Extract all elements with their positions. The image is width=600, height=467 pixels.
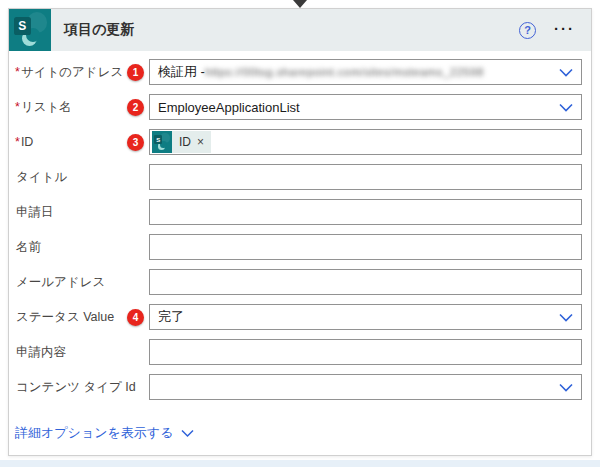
field-label-cell: *ID 3 xyxy=(15,134,149,151)
field-row-list-name: *リスト名 2 EmployeeApplicationList xyxy=(15,94,582,120)
chevron-down-icon[interactable] xyxy=(559,383,573,392)
site-address-value: 検証用 - xyxy=(158,63,205,81)
field-label: 名前 xyxy=(15,239,41,256)
token-remove-icon[interactable]: × xyxy=(197,135,204,149)
sharepoint-icon-s-glyph: S xyxy=(14,17,31,34)
field-row-email-address: メールアドレス xyxy=(15,269,582,295)
required-asterisk: * xyxy=(15,100,20,114)
dynamic-content-token-id[interactable]: SID× xyxy=(152,131,211,153)
token-label: ID xyxy=(179,135,191,149)
field-row-application-date: 申請日 xyxy=(15,199,582,225)
show-advanced-options-link[interactable]: 詳細オプションを表示する xyxy=(15,424,173,442)
chevron-down-icon[interactable] xyxy=(559,103,573,112)
name-input[interactable] xyxy=(149,234,582,260)
step-number-badge: 4 xyxy=(127,309,144,326)
application-content-input[interactable] xyxy=(149,339,582,365)
chevron-down-icon[interactable] xyxy=(181,429,194,438)
card-body: *サイトのアドレス 1 検証用 - https://00tsg.sharepoi… xyxy=(9,51,591,400)
help-icon[interactable]: ? xyxy=(519,22,536,39)
required-asterisk: * xyxy=(15,135,20,149)
field-label: コンテンツ タイプ Id xyxy=(15,379,136,396)
ellipsis-menu-icon[interactable]: ··· xyxy=(554,21,575,40)
field-label-cell: *サイトのアドレス 1 xyxy=(15,64,149,81)
card-header[interactable]: S 項目の更新 ? ··· xyxy=(9,9,591,51)
status-value-dropdown[interactable]: 完了 xyxy=(149,304,582,330)
list-name-dropdown[interactable]: EmployeeApplicationList xyxy=(149,94,582,120)
field-label: *リスト名 xyxy=(15,99,72,116)
field-row-name: 名前 xyxy=(15,234,582,260)
field-row-site-address: *サイトのアドレス 1 検証用 - https://00tsg.sharepoi… xyxy=(15,59,582,85)
field-label-cell: *リスト名 2 xyxy=(15,99,149,116)
field-label: *サイトのアドレス xyxy=(15,64,123,81)
required-asterisk: * xyxy=(15,65,20,79)
step-number-badge: 3 xyxy=(127,134,144,151)
status-value-value: 完了 xyxy=(158,308,184,326)
site-address-redacted-value: https://00tsg.sharepoint.com/sites/mstea… xyxy=(205,66,484,78)
field-label: ステータス Value xyxy=(15,309,114,326)
field-label-cell: ステータス Value 4 xyxy=(15,309,149,326)
field-row-title: タイトル xyxy=(15,164,582,190)
field-label-cell: コンテンツ タイプ Id xyxy=(15,379,149,396)
field-label: *ID xyxy=(15,135,33,149)
title-input[interactable] xyxy=(149,164,582,190)
field-label: 申請日 xyxy=(15,204,54,221)
email-address-input[interactable] xyxy=(149,269,582,295)
field-row-id: *ID 3 SID× xyxy=(15,129,582,155)
flow-connector-arrow-icon xyxy=(293,0,307,8)
field-label-cell: 申請日 xyxy=(15,204,149,221)
sharepoint-token-icon: S xyxy=(152,131,172,153)
sharepoint-icon: S xyxy=(9,9,51,51)
field-row-content-type-id: コンテンツ タイプ Id xyxy=(15,374,582,400)
field-label-cell: タイトル xyxy=(15,169,149,186)
step-number-badge: 2 xyxy=(127,99,144,116)
list-name-value: EmployeeApplicationList xyxy=(158,100,300,115)
field-label-cell: 申請内容 xyxy=(15,344,149,361)
application-date-input[interactable] xyxy=(149,199,582,225)
id-token[interactable]: SID× xyxy=(149,129,582,155)
field-label: メールアドレス xyxy=(15,274,105,291)
header-actions: ? ··· xyxy=(519,21,591,40)
chevron-down-icon[interactable] xyxy=(559,68,573,77)
site-address-dropdown[interactable]: 検証用 - https://00tsg.sharepoint.com/sites… xyxy=(149,59,582,85)
card-footer: 詳細オプションを表示する xyxy=(9,409,591,442)
card-title: 項目の更新 xyxy=(64,21,134,39)
field-label: 申請内容 xyxy=(15,344,66,361)
content-type-id-dropdown[interactable] xyxy=(149,374,582,400)
field-label: タイトル xyxy=(15,169,67,186)
field-row-application-content: 申請内容 xyxy=(15,339,582,365)
update-item-action-card: S 項目の更新 ? ··· *サイトのアドレス 1 検証用 - https://… xyxy=(8,8,592,456)
chevron-down-icon[interactable] xyxy=(559,313,573,322)
field-row-status-value: ステータス Value 4 完了 xyxy=(15,304,582,330)
field-label-cell: 名前 xyxy=(15,239,149,256)
field-label-cell: メールアドレス xyxy=(15,274,149,291)
step-number-badge: 1 xyxy=(127,64,144,81)
page: S 項目の更新 ? ··· *サイトのアドレス 1 検証用 - https://… xyxy=(0,0,600,467)
page-bottom-strip xyxy=(0,460,600,467)
